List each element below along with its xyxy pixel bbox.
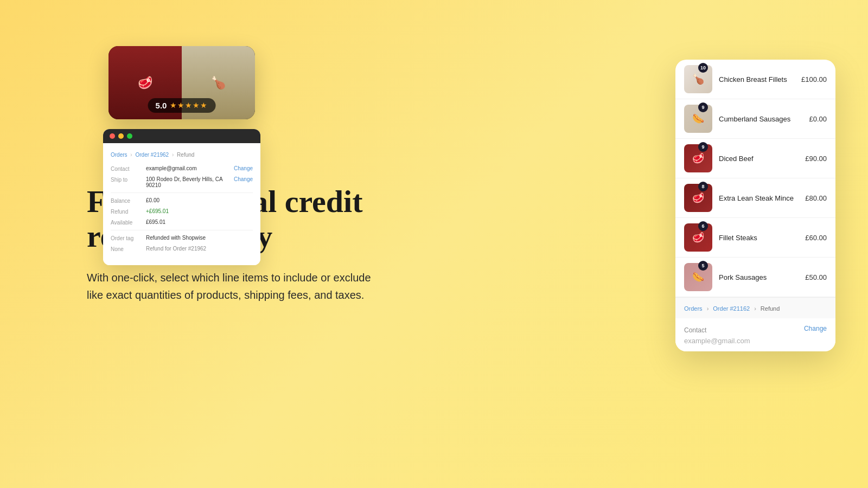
- product-price-pork: £50.00: [805, 273, 827, 281]
- food-photo-inner: 🥩 🍗 5.0 ★★★★★: [108, 46, 255, 119]
- rating-number: 5.0: [156, 101, 167, 110]
- label-contact: Contact: [111, 165, 146, 172]
- stars-icon: ★★★★★: [170, 101, 208, 110]
- badge-chicken: 10: [698, 63, 708, 73]
- value-refund: +£695.01: [146, 208, 169, 214]
- form-row-contact: Contact example@gmail.com Change: [111, 165, 253, 172]
- breadcrumb-order-link[interactable]: Order #21962: [135, 152, 169, 158]
- breadcrumb-current: Refund: [177, 152, 194, 158]
- browser-breadcrumb: Orders › Order #21962 › Refund: [111, 152, 253, 158]
- list-item[interactable]: 6 🥩 Fillet Steaks £60.00: [675, 218, 835, 258]
- bc-sep2: ›: [754, 305, 756, 312]
- product-price-steak-mince: £80.00: [805, 194, 827, 202]
- list-item[interactable]: 8 🥩 Extra Lean Steak Mince £80.00: [675, 178, 835, 218]
- breadcrumb-sep1: ›: [130, 152, 132, 158]
- product-list-card: 10 🍗 Chicken Breast Fillets £100.00 9 🌭 …: [675, 60, 835, 351]
- value-contact: example@gmail.com: [146, 165, 234, 171]
- browser-card: Orders › Order #21962 › Refund Contact e…: [103, 129, 260, 265]
- value-available: £695.01: [146, 219, 253, 225]
- value-ordertag: Refunded with Shopwise: [146, 235, 253, 241]
- list-item[interactable]: 9 🌭 Cumberland Sausages £0.00: [675, 99, 835, 139]
- product-price-fillet: £60.00: [805, 234, 827, 242]
- food-photo-card: 🥩 🍗 5.0 ★★★★★: [108, 46, 255, 119]
- label-available: Available: [111, 219, 146, 226]
- form-row-none: None Refund for Order #21962: [111, 246, 253, 252]
- link-contact-change[interactable]: Change: [234, 165, 253, 171]
- label-ordertag: Order tag: [111, 235, 146, 241]
- bc-orders-link[interactable]: Orders: [684, 305, 703, 312]
- product-price-chicken: £100.00: [801, 75, 827, 84]
- label-balance: Balance: [111, 197, 146, 204]
- label-none: None: [111, 246, 146, 252]
- label-refund: Refund: [111, 208, 146, 215]
- maximize-dot[interactable]: [127, 133, 132, 139]
- label-shipto: Ship to: [111, 176, 146, 183]
- list-item[interactable]: 9 🥩 Diced Beef £90.00: [675, 139, 835, 178]
- badge-fillet: 6: [698, 221, 708, 231]
- contact-area: Contact Change example@gmail.com: [675, 318, 835, 351]
- form-row-available: Available £695.01: [111, 219, 253, 226]
- product-name-steak-mince: Extra Lean Steak Mince: [719, 194, 794, 202]
- product-name-chicken: Chicken Breast Fillets: [719, 75, 787, 84]
- browser-content: Orders › Order #21962 › Refund Contact e…: [103, 143, 260, 265]
- value-none: Refund for Order #21962: [146, 246, 206, 252]
- list-item[interactable]: 10 🍗 Chicken Breast Fillets £100.00: [675, 60, 835, 99]
- contact-label: Contact: [684, 326, 706, 334]
- browser-titlebar: [103, 129, 260, 143]
- divider1: [111, 192, 253, 193]
- rating-badge: 5.0 ★★★★★: [148, 98, 216, 113]
- form-row-ordertag: Order tag Refunded with Shopwise: [111, 235, 253, 241]
- product-name-cumberland: Cumberland Sausages: [719, 115, 790, 123]
- contact-change-button[interactable]: Change: [804, 325, 827, 332]
- value-shipto: 100 Rodeo Dr, Beverly Hills, CA 90210: [146, 176, 234, 188]
- form-row-refund: Refund +£695.01: [111, 208, 253, 215]
- bc-sep1: ›: [707, 305, 709, 312]
- breadcrumb-sep2: ›: [172, 152, 174, 158]
- link-shipto-change[interactable]: Change: [234, 176, 253, 182]
- product-name-pork: Pork Sausages: [719, 273, 767, 281]
- product-name-diced-beef: Diced Beef: [719, 155, 754, 163]
- breadcrumb-orders-link[interactable]: Orders: [111, 152, 127, 158]
- product-price-cumberland: £0.00: [809, 115, 827, 123]
- product-card-breadcrumb: Orders › Order #21162 › Refund: [675, 297, 835, 318]
- badge-diced-beef: 9: [698, 142, 708, 152]
- close-dot[interactable]: [110, 133, 115, 139]
- list-item[interactable]: 5 🌭 Pork Sausages £50.00: [675, 258, 835, 297]
- divider2: [111, 230, 253, 230]
- product-price-diced-beef: £90.00: [805, 155, 827, 163]
- form-row-shipto: Ship to 100 Rodeo Dr, Beverly Hills, CA …: [111, 176, 253, 188]
- form-row-balance: Balance £0.00: [111, 197, 253, 204]
- product-name-fillet: Fillet Steaks: [719, 234, 757, 242]
- bc-order-link[interactable]: Order #21162: [713, 305, 750, 312]
- minimize-dot[interactable]: [118, 133, 124, 139]
- badge-pork: 5: [698, 261, 708, 271]
- value-balance: £0.00: [146, 197, 253, 203]
- badge-cumberland: 9: [698, 102, 708, 112]
- subtext: With one-click, select which line items …: [87, 269, 380, 304]
- contact-email-placeholder: example@gmail.com: [684, 337, 827, 345]
- badge-steak-mince: 8: [698, 182, 708, 191]
- bc-current: Refund: [761, 305, 780, 312]
